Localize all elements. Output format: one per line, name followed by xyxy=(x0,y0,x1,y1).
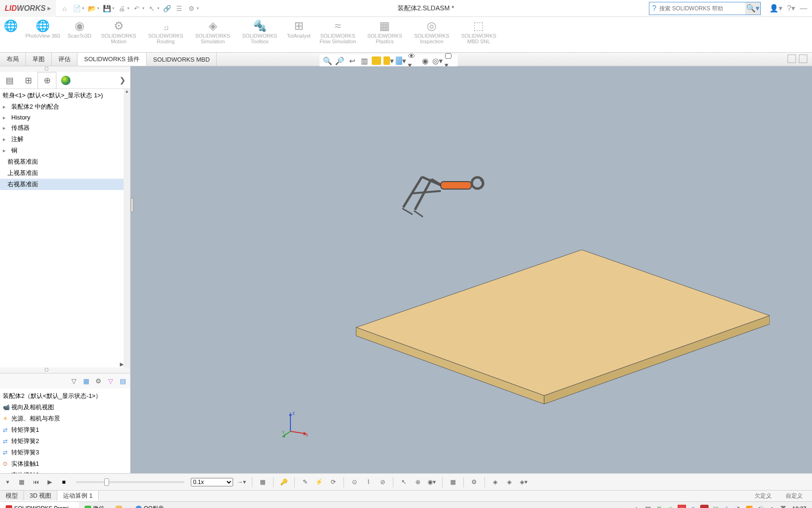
motion-dropdown-icon[interactable]: ▾ xyxy=(2,476,13,488)
tree-item[interactable]: 📹视向及相机视图 xyxy=(0,402,130,413)
tool-g-icon[interactable]: ⊕ xyxy=(412,476,423,488)
tree-item[interactable]: ▸装配体2 中的配合 xyxy=(0,101,130,112)
ribbon-item-3[interactable]: ⚙SOLIDWORKS Motion xyxy=(95,19,142,44)
appearance-tab-icon[interactable] xyxy=(56,72,75,89)
clock[interactable]: 10:37 xyxy=(790,506,808,508)
tab-motion-study[interactable]: 运动算例 1 xyxy=(57,491,99,500)
scroll-right-icon[interactable]: ▶ xyxy=(120,361,124,367)
tree-scrollbar[interactable]: ▲ xyxy=(124,89,130,367)
tree-item[interactable]: ▸注解 xyxy=(0,134,130,145)
display-style-icon[interactable]: ▾ xyxy=(383,56,394,66)
tab-mbd[interactable]: SOLIDWORKS MBD xyxy=(147,53,217,66)
search-input[interactable] xyxy=(659,5,745,12)
tool-save-icon[interactable]: ▦ xyxy=(257,476,268,488)
tray-k-icon[interactable]: K xyxy=(655,505,664,508)
tree-item[interactable]: ⇄转矩弹簧3 xyxy=(0,447,130,458)
ribbon-item-10[interactable]: ◎SOLIDWORKS Inspection xyxy=(408,19,455,44)
tool-j-icon[interactable]: ◈ xyxy=(490,476,501,488)
playback-slider[interactable] xyxy=(76,481,184,483)
tab-sketch[interactable]: 草图 xyxy=(26,53,52,66)
appearance-icon[interactable]: ◉ xyxy=(420,56,430,66)
tray-wechat-icon[interactable]: ◉ xyxy=(666,505,675,508)
tool3-icon[interactable]: ▽ xyxy=(105,375,116,387)
task-wechat[interactable]: 微信 xyxy=(79,502,110,508)
ribbon-item-0[interactable]: 🌐 xyxy=(0,19,22,33)
tree-item[interactable]: ☀光源、相机与布景 xyxy=(0,413,130,424)
open-dropdown-icon[interactable]: ▾ xyxy=(97,6,99,10)
tray-usb-icon[interactable]: ⏏ xyxy=(768,505,776,508)
undo-icon[interactable]: ↶ xyxy=(132,4,141,13)
tab-evaluate[interactable]: 评估 xyxy=(52,53,78,66)
calculate-icon[interactable]: ▦ xyxy=(16,476,27,488)
ribbon-item-6[interactable]: 🔩SOLIDWORKS Toolbox xyxy=(236,19,283,44)
task-solidworks[interactable]: SOLIDWORKS Premi... xyxy=(0,502,79,508)
tree-item[interactable]: ▸传感器 xyxy=(0,122,130,134)
tool-h-icon[interactable]: ◉▾ xyxy=(426,476,437,488)
tool-c-icon[interactable]: ⟳ xyxy=(328,476,339,488)
ribbon-item-1[interactable]: 🌐PhotoView 360 xyxy=(22,19,64,39)
scene-icon[interactable]: ◎▾ xyxy=(432,56,443,66)
minimize-icon[interactable]: — xyxy=(800,4,807,13)
tree-item[interactable]: ▸History xyxy=(0,112,130,122)
ribbon-item-11[interactable]: ⬚SOLIDWORKS MBD SNL xyxy=(455,19,502,44)
stop-icon[interactable]: ■ xyxy=(58,476,70,488)
tool2-icon[interactable]: ⚙ xyxy=(93,375,104,387)
ribbon-item-8[interactable]: ≈SOLIDWORKS Flow Simulation xyxy=(314,19,361,44)
tool-key-icon[interactable]: 🔑 xyxy=(278,476,289,488)
tool4-icon[interactable]: ▤ xyxy=(117,375,128,387)
multi-view-icon[interactable] xyxy=(799,55,807,63)
panel-mid-slider[interactable] xyxy=(0,367,130,373)
settings-gear-icon[interactable]: ⚙ xyxy=(187,4,196,13)
tab-model[interactable]: 模型 xyxy=(0,491,24,500)
tree-item[interactable]: ⊙实体接触1 xyxy=(0,458,130,469)
speed-select[interactable]: 0.1x xyxy=(191,478,233,486)
step-back-icon[interactable]: ⏮ xyxy=(30,476,41,488)
tool-i-icon[interactable]: ▦ xyxy=(447,476,459,488)
panel-top-slider[interactable] xyxy=(0,66,130,72)
zoom-fit-icon[interactable]: 🔍 xyxy=(322,56,333,66)
user-icon[interactable]: 👤▾ xyxy=(769,4,782,13)
tree-item[interactable]: 上视基准面 xyxy=(0,167,130,179)
play-icon[interactable]: ▶ xyxy=(44,476,55,488)
tool-spring-icon[interactable]: ⌇ xyxy=(363,476,374,488)
tray-power-icon[interactable]: 🔌 xyxy=(734,505,742,508)
tree-item[interactable]: ⇄转矩弹簧1 xyxy=(0,424,130,436)
ime-indicator[interactable]: 英 xyxy=(779,505,788,508)
tree-item[interactable]: 前视基准面 xyxy=(0,156,130,167)
direction-icon[interactable]: →▾ xyxy=(236,476,247,488)
select-dropdown-icon[interactable]: ▾ xyxy=(157,6,159,10)
task-folder[interactable] xyxy=(110,502,130,508)
tool-k-icon[interactable]: ◈ xyxy=(504,476,515,488)
prev-view-icon[interactable]: ↩ xyxy=(347,56,357,66)
filter-icon[interactable]: ▽ xyxy=(68,375,79,387)
tool1-icon[interactable]: ▦ xyxy=(80,375,92,387)
tool-gear-icon[interactable]: ⚙ xyxy=(468,476,480,488)
search-button[interactable]: 🔍▾ xyxy=(745,2,760,15)
save-icon[interactable]: 💾 xyxy=(102,4,111,13)
tab-3dview[interactable]: 3D 视图 xyxy=(24,491,57,500)
tree-item[interactable]: ⇄转矩弹簧2 xyxy=(0,436,130,447)
undo-dropdown-icon[interactable]: ▾ xyxy=(142,6,144,10)
tray-icon[interactable] xyxy=(700,505,709,508)
tool-l-icon[interactable]: ◈▾ xyxy=(518,476,529,488)
tray-wps-icon[interactable]: W xyxy=(678,505,686,508)
tab-addins[interactable]: SOLIDWORKS 插件 xyxy=(78,53,147,66)
task-qqplayer[interactable]: QQ影音 xyxy=(130,502,170,508)
tray-shield-icon[interactable]: 🛡 xyxy=(644,505,652,508)
tray-volume-icon[interactable]: 🔊 xyxy=(757,505,765,508)
tool-a-icon[interactable]: ✎ xyxy=(299,476,311,488)
tree-item[interactable]: ⊙实体接触2 xyxy=(0,469,130,473)
tree-item[interactable]: ▸铜 xyxy=(0,145,130,156)
new-icon[interactable]: 📄 xyxy=(72,4,81,13)
ribbon-item-7[interactable]: ⊞TolAnalyst xyxy=(283,19,314,39)
panel-expand-icon[interactable]: ❯ xyxy=(115,76,130,85)
hide-show-icon[interactable]: ▾ xyxy=(396,56,406,66)
save-dropdown-icon[interactable]: ▾ xyxy=(112,6,114,10)
tool-d-icon[interactable]: ⊙ xyxy=(349,476,360,488)
help-menu-icon[interactable]: ?▾ xyxy=(787,4,795,13)
ribbon-item-4[interactable]: ⟓SOLIDWORKS Routing xyxy=(142,19,189,44)
tree-item[interactable]: 装配体2（默认<默认_显示状态-1>） xyxy=(0,390,130,402)
tree-item[interactable]: 蛙身<1> (默认<<默认>_显示状态 1>) xyxy=(0,90,130,101)
tool-f-icon[interactable]: ↖ xyxy=(398,476,409,488)
tree-item[interactable]: 右视基准面 xyxy=(0,179,130,190)
